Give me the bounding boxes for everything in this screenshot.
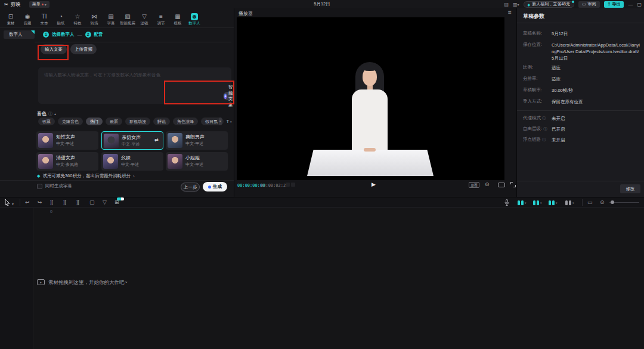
tab-transition[interactable]: ⋈转场 bbox=[86, 8, 103, 27]
ratio-icon[interactable] bbox=[498, 183, 505, 187]
export-button[interactable]: ↥ 导出 bbox=[604, 1, 624, 8]
main-track-magnet-toggle[interactable]: ▾ bbox=[518, 199, 530, 206]
credits-notice[interactable]: ◆ 试用可减免360积分，超出后需额外消耗积分 › bbox=[37, 173, 135, 179]
info-icon: ⓘ bbox=[542, 137, 546, 141]
preview-axis-toggle[interactable]: ▾ bbox=[565, 199, 577, 206]
promo-button[interactable]: ◆ 新人福利，立省48元 bbox=[524, 1, 574, 8]
media-drop-icon: ▸ bbox=[37, 279, 45, 285]
filter-chip-hot[interactable]: 热门 bbox=[86, 118, 103, 125]
tab-digital-human[interactable]: ☻数字人 bbox=[186, 8, 203, 27]
voice-card[interactable]: 小姐姐 中文·平述 bbox=[166, 152, 228, 171]
tab-smart-pack[interactable]: ▧智能包装 bbox=[119, 8, 136, 27]
layout-split-icon[interactable]: ▥▾ bbox=[513, 2, 519, 7]
divider bbox=[517, 110, 644, 111]
voice-card[interactable]: 幺妹 中文·平述 bbox=[101, 152, 163, 171]
fit-frame-icon[interactable]: ⊙ bbox=[485, 181, 490, 187]
voice-card[interactable]: 知性女声 中文·平述 bbox=[36, 131, 98, 150]
split-icon[interactable]: ][ bbox=[50, 199, 53, 206]
modify-button[interactable]: 修改 bbox=[620, 184, 640, 193]
timeline-toolbar: ▾ ↩ ↪ ][ ][ ][ ▢ ▽ ⊞ ▾ ▾ ▾ ▾ ▭ ⊙ bbox=[0, 197, 644, 208]
filter-chip-roleplay[interactable]: 角色演绎 bbox=[173, 118, 198, 125]
tab-adjust[interactable]: ≡调节 bbox=[153, 8, 169, 27]
frame-view-icon[interactable]: ▭ bbox=[587, 199, 593, 206]
filter-chip-favorites[interactable]: 收藏 bbox=[38, 118, 55, 125]
quality-badge[interactable]: 原画 bbox=[469, 182, 479, 188]
step1-label[interactable]: 选择数字人 bbox=[52, 32, 75, 38]
mask-icon[interactable]: ▽ bbox=[103, 199, 107, 206]
divider bbox=[517, 23, 644, 23]
panel-title: 草稿参数 bbox=[523, 13, 544, 20]
sticker-icon: ◔ bbox=[59, 13, 63, 20]
delete-icon[interactable]: ▢ bbox=[89, 199, 95, 206]
step2-label[interactable]: 配音 bbox=[94, 32, 103, 38]
layout-icon[interactable]: ▤ bbox=[504, 2, 509, 7]
filter-chip-clone[interactable]: 克隆音色 bbox=[58, 118, 83, 125]
maximize-button[interactable]: ▢ bbox=[637, 2, 642, 7]
voice-switch-icon[interactable]: ⇄ bbox=[154, 137, 159, 143]
chevron-down-icon[interactable]: ▾ bbox=[12, 201, 14, 208]
digital-human-icon: ☻ bbox=[191, 13, 199, 20]
tab-template[interactable]: ▦模板 bbox=[169, 8, 186, 27]
category-dropdown[interactable]: 数字人 bbox=[4, 30, 35, 39]
input-script-button[interactable]: 输入文案 bbox=[41, 44, 67, 54]
link-toggle[interactable]: ▾ bbox=[549, 199, 561, 206]
script-textarea[interactable]: 请输入数字人朗读文案，可在下方修改数字人的形象和音色 ✦ 智能文案 BETA bbox=[38, 67, 231, 104]
effects-icon: ☆ bbox=[75, 13, 80, 20]
tab-text[interactable]: TI文本 bbox=[36, 8, 52, 27]
redo-icon[interactable]: ↪ bbox=[38, 199, 42, 206]
zoom-fit-icon[interactable]: ⊙ bbox=[600, 199, 605, 206]
upload-audio-button[interactable]: 上传音频 bbox=[70, 44, 97, 54]
player-controls: 00:00:00:00 00:00:02:23 ▶ 原画 ⊙ bbox=[234, 180, 516, 197]
credit-dot-icon bbox=[208, 186, 211, 189]
voice-name: 小姐姐 bbox=[185, 155, 200, 161]
ratio-label: 比例: bbox=[523, 64, 533, 70]
zoom-slider-knob[interactable] bbox=[611, 200, 614, 204]
voice-tag: 中文·平述 bbox=[56, 141, 74, 147]
filter-chip-newest[interactable]: 最新 bbox=[106, 118, 122, 125]
marker-button[interactable] bbox=[291, 183, 295, 187]
generate-button[interactable]: 生成 bbox=[203, 182, 227, 192]
microphone-icon[interactable] bbox=[504, 199, 509, 206]
chevron-down-icon: ▾ bbox=[219, 118, 222, 125]
voice-section-header: 音色 ⓘ ▴ bbox=[37, 110, 56, 117]
auto-snap-toggle[interactable]: ▾ bbox=[533, 199, 545, 206]
ratio-value: 适应 bbox=[552, 64, 641, 71]
voice-card-selected[interactable]: 亲切女声 中文·平述 ⇄ bbox=[101, 131, 163, 150]
divider bbox=[517, 181, 644, 181]
draft-name-label: 草稿名称: bbox=[523, 30, 542, 36]
undo-icon[interactable]: ↩ bbox=[25, 199, 30, 206]
review-button[interactable]: ▭ 审阅 bbox=[578, 1, 600, 8]
voice-sort-control[interactable]: T▾ bbox=[227, 118, 232, 125]
divider bbox=[0, 180, 234, 181]
minimize-button[interactable]: — bbox=[628, 2, 633, 7]
split-right-icon[interactable]: ][ bbox=[76, 199, 79, 206]
filter-chip-narration[interactable]: 解说 bbox=[153, 118, 170, 125]
voice-name: 知性女声 bbox=[56, 134, 75, 140]
fullscreen-icon[interactable] bbox=[510, 182, 516, 187]
player-menu-icon[interactable]: ≣ bbox=[507, 10, 512, 15]
adjust-icon: ≡ bbox=[159, 13, 163, 20]
video-preview[interactable] bbox=[237, 17, 504, 180]
filter-chip-holiday[interactable]: 假日氛▾ bbox=[201, 118, 224, 125]
play-button[interactable]: ▶ bbox=[371, 181, 376, 187]
cursor-tool-icon[interactable] bbox=[5, 199, 10, 206]
draft-name-value: 5月12日 bbox=[552, 30, 641, 37]
tab-media[interactable]: ⊡素材 bbox=[2, 8, 19, 27]
tab-subtitle[interactable]: ▤字幕 bbox=[103, 8, 119, 27]
split-left-icon[interactable]: ][ bbox=[63, 199, 66, 206]
subtitle-checkbox[interactable] bbox=[37, 184, 42, 189]
gem-icon: ◆ bbox=[528, 2, 531, 7]
previous-step-button[interactable]: 上一步 bbox=[181, 183, 200, 192]
tab-audio[interactable]: ◉音频 bbox=[19, 8, 36, 27]
voice-card[interactable]: 清甜女声 中文·多风格 bbox=[36, 152, 98, 171]
collapse-icon[interactable]: ▴ bbox=[54, 112, 56, 116]
tab-sticker[interactable]: ◔贴纸 bbox=[52, 8, 69, 27]
tab-effects[interactable]: ☆特效 bbox=[69, 8, 86, 27]
digital-human-fringe bbox=[361, 64, 379, 71]
voice-card[interactable]: 爽朗男声 中文·平述 bbox=[166, 131, 228, 150]
media-icon: ⊡ bbox=[8, 13, 13, 20]
app-window: ✂ 剪映 菜单 ▾ 5月12日 ▤ ▥▾ ◆ 新人福利，立省48元 ▭ 审阅 ↥… bbox=[0, 0, 644, 349]
filter-chip-film[interactable]: 影视动漫 bbox=[125, 118, 150, 125]
marker-button[interactable] bbox=[286, 183, 290, 187]
tab-filter[interactable]: ▽滤镜 bbox=[136, 8, 153, 27]
